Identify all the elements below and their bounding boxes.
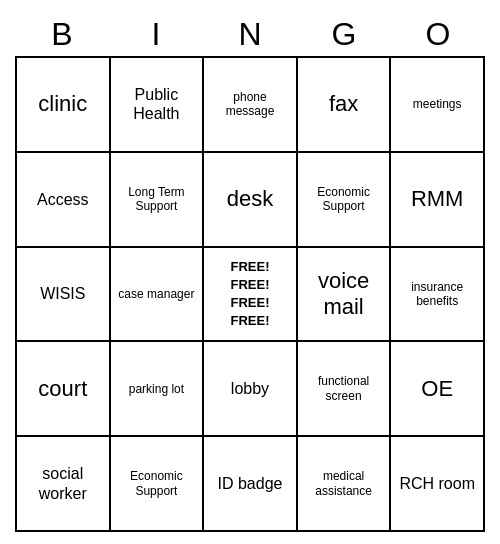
bingo-cell: Long Term Support <box>111 153 205 248</box>
bingo-card: BINGO clinicPublic Healthphone messagefa… <box>15 12 485 532</box>
bingo-cell: parking lot <box>111 342 205 437</box>
header-letter: N <box>203 12 297 56</box>
bingo-cell: Economic Support <box>111 437 205 532</box>
bingo-cell: functional screen <box>298 342 392 437</box>
bingo-cell: OE <box>391 342 485 437</box>
bingo-cell: RCH room <box>391 437 485 532</box>
bingo-cell: ID badge <box>204 437 298 532</box>
bingo-grid: clinicPublic Healthphone messagefaxmeeti… <box>15 56 485 532</box>
bingo-cell: medical assistance <box>298 437 392 532</box>
bingo-cell: RMM <box>391 153 485 248</box>
bingo-cell: court <box>17 342 111 437</box>
bingo-cell: meetings <box>391 58 485 153</box>
bingo-cell: social worker <box>17 437 111 532</box>
bingo-cell: voice mail <box>298 248 392 343</box>
header-letter: O <box>391 12 485 56</box>
header-letter: G <box>297 12 391 56</box>
bingo-cell: case manager <box>111 248 205 343</box>
bingo-cell: fax <box>298 58 392 153</box>
bingo-cell: FREE!FREE!FREE!FREE! <box>204 248 298 343</box>
bingo-cell: phone message <box>204 58 298 153</box>
bingo-cell: lobby <box>204 342 298 437</box>
bingo-header: BINGO <box>15 12 485 56</box>
bingo-cell: clinic <box>17 58 111 153</box>
bingo-cell: Economic Support <box>298 153 392 248</box>
bingo-cell: desk <box>204 153 298 248</box>
header-letter: B <box>15 12 109 56</box>
bingo-cell: Access <box>17 153 111 248</box>
bingo-cell: Public Health <box>111 58 205 153</box>
bingo-cell: WISIS <box>17 248 111 343</box>
bingo-cell: insurance benefits <box>391 248 485 343</box>
header-letter: I <box>109 12 203 56</box>
